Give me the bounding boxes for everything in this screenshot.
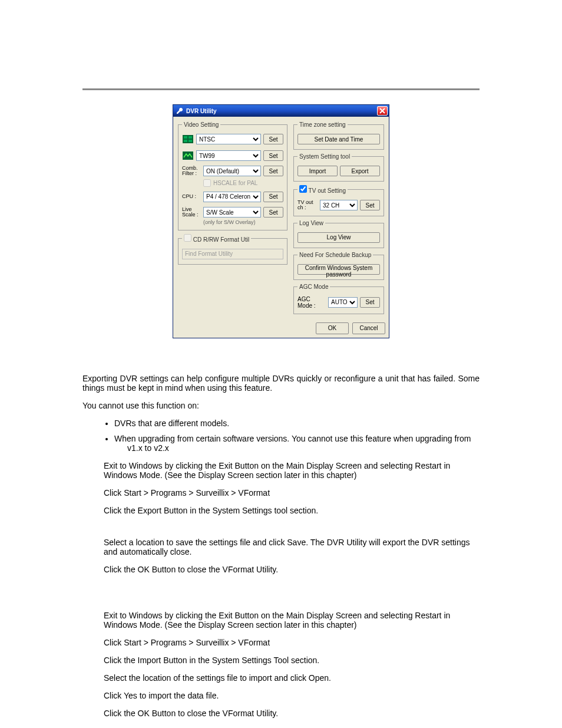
set-live-button[interactable]: Set — [263, 207, 283, 218]
video-standard-select[interactable]: NTSC — [196, 134, 261, 144]
tv-standard-icon — [182, 134, 194, 144]
document-body: Exporting DVR settings can help configur… — [82, 374, 480, 718]
list-item: DVRs that are different models. — [114, 419, 480, 428]
export-steps: Exit to Windows by clicking the Exit But… — [82, 461, 480, 574]
step: Click the OK Button to close the VFormat… — [104, 565, 480, 574]
live-scale-note: (only for S/W Overlay) — [203, 219, 283, 225]
step: Click the OK Button to close the VFormat… — [104, 709, 480, 718]
tvout-ch-select[interactable]: 32 CH — [320, 200, 358, 210]
dialog-footer: OK Cancel — [173, 319, 389, 338]
tvout-ch-label: TV out ch : — [297, 200, 318, 211]
timezone-group: Time zone setting Set Date and Time — [293, 121, 384, 150]
cpu-select[interactable]: P4 / 478 Celeron — [203, 192, 261, 202]
video-setting-group: Video Setting NTSC Set TW99 Set — [178, 121, 287, 230]
agc-mode-select[interactable]: AUTO — [328, 297, 358, 308]
live-scale-label: Live Scale : — [182, 207, 201, 218]
tvout-legend: TV out Setting — [309, 187, 346, 194]
cannot-use-paragraph: You cannot use this function on: — [82, 401, 480, 410]
system-setting-legend: System Setting tool — [297, 153, 352, 160]
comb-filter-select[interactable]: ON (Default) — [203, 166, 261, 176]
close-button[interactable] — [377, 106, 388, 116]
intro-paragraph: Exporting DVR settings can help configur… — [82, 374, 480, 393]
cd-format-path-input — [182, 249, 283, 259]
right-column: Time zone setting Set Date and Time Syst… — [293, 121, 384, 314]
timezone-legend: Time zone setting — [297, 121, 348, 128]
dialog-body: Video Setting NTSC Set TW99 Set — [173, 117, 389, 319]
dialog-title: DVR Utility — [186, 108, 377, 114]
system-setting-group: System Setting tool Import Export — [293, 153, 384, 182]
svg-rect-4 — [189, 140, 192, 142]
chip-icon — [182, 150, 194, 161]
cd-format-checkbox — [184, 234, 191, 242]
set-agc-button[interactable]: Set — [360, 297, 380, 308]
import-steps: Exit to Windows by clicking the Exit But… — [82, 611, 480, 718]
left-column: Video Setting NTSC Set TW99 Set — [178, 121, 287, 314]
page-divider — [82, 88, 480, 90]
comb-filter-label: Comb. Filter : — [182, 166, 201, 177]
step: Click Start > Programs > Surveillix > VF… — [104, 488, 480, 498]
video-chip-select[interactable]: TW99 — [196, 150, 261, 161]
step: Exit to Windows by clicking the Exit But… — [104, 461, 480, 480]
svg-rect-2 — [189, 136, 192, 139]
svg-rect-1 — [184, 136, 187, 139]
dvr-utility-dialog: DVR Utility Video Setting NTSC Set — [173, 104, 389, 338]
step: Click the Import Button in the System Se… — [104, 655, 480, 665]
confirm-password-button[interactable]: Confirm Windows System password — [297, 264, 380, 275]
hscale-checkbox — [203, 179, 211, 187]
dialog-container: DVR Utility Video Setting NTSC Set — [0, 104, 562, 338]
cancel-button[interactable]: Cancel — [352, 322, 385, 334]
import-button[interactable]: Import — [297, 166, 338, 176]
agc-legend: AGC Mode — [297, 284, 330, 290]
wrench-icon — [176, 107, 184, 115]
list-item: When upgrading from certain software ver… — [114, 434, 480, 453]
cd-format-group: CD R/RW Format Util — [178, 234, 287, 265]
step: Click the Export Button in the System Se… — [104, 506, 480, 515]
tvout-checkbox[interactable] — [299, 185, 307, 193]
schedule-backup-group: Need For Schedule Backup Confirm Windows… — [293, 252, 384, 280]
live-scale-select[interactable]: S/W Scale — [203, 207, 261, 218]
set-chip-button[interactable]: Set — [263, 150, 283, 161]
set-tvout-button[interactable]: Set — [360, 200, 380, 210]
svg-rect-3 — [184, 140, 187, 142]
video-setting-legend: Video Setting — [182, 121, 220, 128]
cd-format-legend: CD R/RW Format Util — [193, 236, 249, 243]
logview-button[interactable]: Log View — [297, 232, 380, 243]
hscale-label: HSCALE for PAL — [213, 180, 257, 186]
set-cpu-button[interactable]: Set — [263, 192, 283, 202]
step: Click Start > Programs > Surveillix > VF… — [104, 638, 480, 647]
set-date-time-button[interactable]: Set Date and Time — [297, 134, 380, 144]
step: Select the location of the settings file… — [104, 673, 480, 683]
step: Select a location to save the settings f… — [104, 538, 480, 556]
tvout-group: TV out Setting TV out ch : 32 CH Set — [293, 185, 384, 216]
set-comb-button[interactable]: Set — [263, 166, 283, 176]
set-std-button[interactable]: Set — [263, 134, 283, 144]
titlebar: DVR Utility — [173, 105, 389, 117]
agc-group: AGC Mode AGC Mode : AUTO Set — [293, 284, 384, 314]
ok-button[interactable]: OK — [316, 322, 349, 334]
schedule-backup-legend: Need For Schedule Backup — [297, 252, 373, 258]
step: Exit to Windows by clicking the Exit But… — [104, 611, 480, 630]
logview-legend: Log View — [297, 220, 325, 226]
restrictions-list: DVRs that are different models. When upg… — [82, 419, 480, 453]
logview-group: Log View Log View — [293, 220, 384, 248]
step: Click Yes to import the data file. — [104, 691, 480, 700]
agc-mode-label: AGC Mode : — [297, 296, 326, 309]
export-button[interactable]: Export — [340, 166, 380, 176]
cpu-label: CPU : — [182, 194, 201, 199]
